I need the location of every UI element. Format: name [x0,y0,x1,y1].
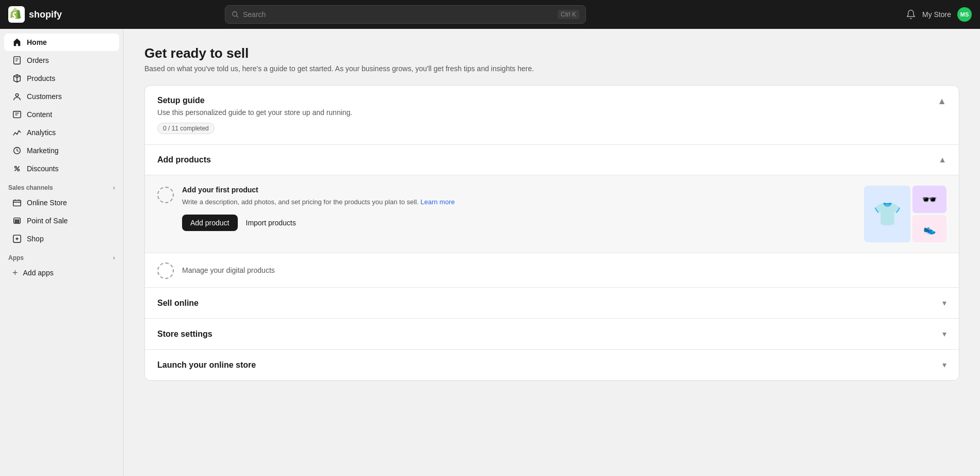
sidebar-item-add-apps[interactable]: + Add apps [4,264,119,282]
sidebar-label-customers: Customers [27,92,62,101]
sidebar-item-shop[interactable]: Shop [4,230,119,248]
chevron-up-icon: ▲ [937,96,946,106]
svg-rect-8 [13,201,21,206]
shoes-illustration: 👟 [912,215,946,242]
setup-guide-section: Setup guide Use this personalized guide … [145,86,959,145]
svg-rect-11 [18,220,19,221]
store-settings-title: Store settings [157,330,213,339]
shopify-logo-icon [8,6,25,23]
launch-store-title: Launch your online store [157,360,256,370]
sidebar-label-shop: Shop [27,235,44,243]
sidebar-item-online-store[interactable]: Online Store [4,194,119,211]
store-selector-button[interactable]: My Store [922,10,951,19]
learn-more-link[interactable]: Learn more [420,198,454,206]
svg-rect-10 [15,220,17,221]
sidebar-item-analytics[interactable]: Analytics [4,124,119,141]
search-icon [232,11,239,18]
sunglasses-illustration: 🕶️ [912,186,946,213]
sidebar-label-analytics: Analytics [27,128,56,137]
sidebar-item-marketing[interactable]: Marketing [4,142,119,159]
home-icon [12,38,22,47]
svg-rect-9 [14,218,21,224]
add-first-product-task: Add your first product Write a descripti… [145,175,959,253]
sidebar-item-pos[interactable]: Point of Sale [4,212,119,229]
sidebar-item-orders[interactable]: Orders [4,52,119,69]
add-products-section: Add products ▲ Add your first product Wr… [145,145,959,288]
sidebar: Home Orders Products Customers [0,29,124,476]
apps-chevron: › [113,254,115,261]
sidebar-item-content[interactable]: Content [4,106,119,123]
sidebar-label-content: Content [27,110,52,119]
digital-task-circle [157,262,174,279]
top-navigation: shopify Ctrl K My Store MS [0,0,980,29]
import-products-button[interactable]: Import products [244,215,298,231]
page-subtitle: Based on what you've told us, here's a g… [144,64,959,73]
sidebar-label-products: Products [27,74,55,83]
svg-point-7 [18,169,20,171]
search-input[interactable] [243,10,553,19]
app-body: Home Orders Products Customers [0,29,980,476]
sidebar-label-discounts: Discounts [27,165,58,173]
marketing-icon [12,146,22,155]
shop-icon [12,234,22,243]
svg-rect-12 [15,222,17,223]
store-name: My Store [922,10,951,19]
pos-icon [12,216,22,225]
orders-icon [12,56,22,65]
sidebar-label-add-apps: Add apps [23,269,54,277]
online-store-icon [12,198,22,207]
svg-rect-13 [18,222,19,223]
sell-online-chevron-down-icon: ▾ [942,298,946,308]
sell-online-title: Sell online [157,299,199,308]
svg-rect-4 [13,111,21,118]
task-actions: Add product Import products [182,215,856,231]
task-content: Add your first product Write a descripti… [182,186,856,231]
add-product-button[interactable]: Add product [182,215,238,231]
products-icon [12,74,22,83]
customers-icon [12,92,22,101]
user-avatar[interactable]: MS [957,7,972,22]
store-settings-section: Store settings ▾ [145,319,959,350]
add-products-chevron-up-icon: ▲ [938,155,946,165]
sidebar-item-customers[interactable]: Customers [4,88,119,105]
sidebar-label-pos: Point of Sale [27,217,68,225]
add-products-header[interactable]: Add products ▲ [145,145,959,175]
search-shortcut: Ctrl K [558,10,579,19]
add-products-title: Add products [157,155,211,165]
analytics-icon [12,128,22,137]
setup-guide-collapse-button[interactable]: ▲ [937,96,946,107]
discounts-icon [12,164,22,173]
digital-task-text: Manage your digital products [182,266,275,274]
logo-text: shopify [29,9,62,20]
page-title: Get ready to sell [144,45,959,61]
bell-icon [906,9,916,20]
svg-point-3 [15,94,18,96]
launch-store-header[interactable]: Launch your online store ▾ [145,350,959,380]
notifications-button[interactable] [906,9,916,20]
sidebar-label-online-store: Online Store [27,199,67,207]
svg-rect-2 [14,57,21,64]
store-settings-header[interactable]: Store settings ▾ [145,319,959,349]
sell-online-header[interactable]: Sell online ▾ [145,288,959,318]
store-settings-chevron-down-icon: ▾ [942,329,946,339]
task-status-circle [157,187,174,203]
sales-channels-chevron: › [113,184,115,191]
sidebar-item-home[interactable]: Home [4,34,119,51]
topnav-right: My Store MS [906,7,972,22]
sidebar-label-marketing: Marketing [27,146,58,155]
task-description: Write a description, add photos, and set… [182,197,856,207]
svg-point-6 [15,167,17,169]
content-icon [12,110,22,119]
setup-guide-title: Setup guide [157,96,352,105]
sidebar-label-home: Home [27,38,47,46]
progress-badge: 0 / 11 completed [157,123,215,134]
search-container: Ctrl K [225,5,586,24]
setup-guide-info: Setup guide Use this personalized guide … [157,96,352,134]
setup-guide-desc: Use this personalized guide to get your … [157,108,352,117]
sidebar-item-discounts[interactable]: Discounts [4,160,119,177]
task-title: Add your first product [182,186,856,194]
digital-products-task: Manage your digital products [145,253,959,287]
shopify-logo[interactable]: shopify [8,6,62,23]
search-box: Ctrl K [225,5,586,24]
sidebar-item-products[interactable]: Products [4,70,119,87]
